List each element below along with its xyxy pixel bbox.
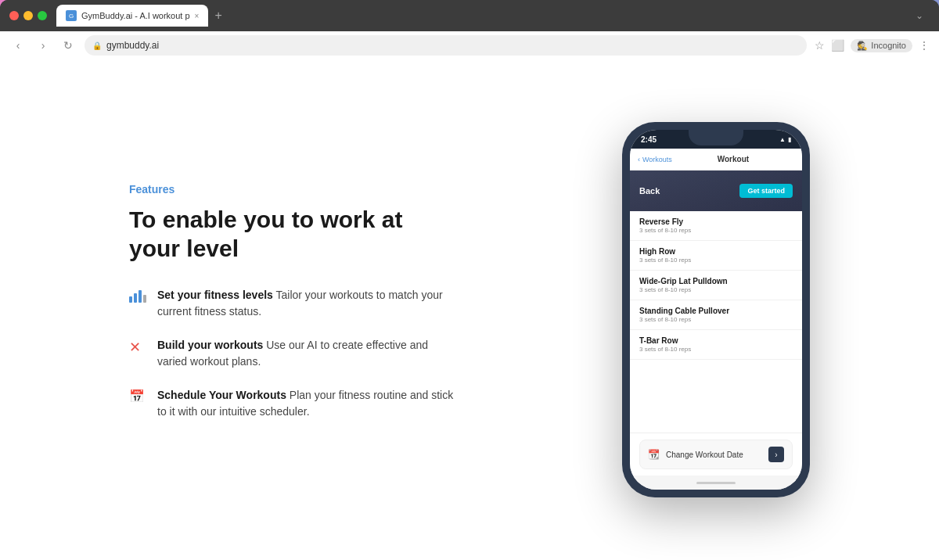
tools-icon: ✕: [129, 339, 141, 355]
address-bar: ‹ › ↻ 🔒 gymbuddy.ai ☆ ⬜ 🕵 Incognito ⋮: [0, 31, 939, 59]
feature-item-build-workouts: ✕ Build your workouts Use our AI to crea…: [129, 337, 458, 370]
active-tab[interactable]: G GymBuddy.ai - A.I workout p ×: [56, 5, 208, 27]
exercise-sets-1: 3 sets of 8-10 reps: [639, 257, 793, 264]
minimize-button[interactable]: [23, 11, 33, 20]
phone-nav-bar: ‹ Workouts Workout: [630, 149, 802, 171]
exercise-sets-2: 3 sets of 8-10 reps: [639, 286, 793, 293]
bookmark-icon[interactable]: ☆: [815, 39, 825, 52]
battery-icon: ▮: [788, 136, 791, 143]
exercise-name-0: Reverse Fly: [639, 217, 793, 226]
tab-favicon: G: [66, 10, 77, 21]
fitness-levels-icon: [129, 289, 146, 306]
features-label: Features: [129, 183, 458, 196]
phone-footer: 📆 Change Workout Date ›: [630, 433, 802, 476]
phone-exercise-list: Reverse Fly 3 sets of 8-10 reps High Row…: [630, 211, 802, 433]
calendar-small-icon: 📆: [648, 449, 660, 460]
phone-nav-title: Workout: [672, 155, 794, 163]
close-button[interactable]: [9, 11, 19, 20]
features-section: Features To enable you to work at your l…: [129, 183, 458, 437]
traffic-lights: [9, 11, 47, 20]
feature-text-build-workouts: Build your workouts Use our AI to create…: [157, 337, 458, 370]
exercise-name-2: Wide-Grip Lat Pulldown: [639, 277, 793, 285]
phone-hero: Back Get started: [630, 171, 802, 211]
exercise-item-2[interactable]: Wide-Grip Lat Pulldown 3 sets of 8-10 re…: [630, 271, 802, 300]
exercise-sets-0: 3 sets of 8-10 reps: [639, 227, 793, 234]
phone-hero-back-label[interactable]: Back: [639, 186, 660, 196]
phone-time: 2:45: [641, 135, 657, 144]
change-date-arrow-icon: ›: [768, 447, 784, 462]
exercise-item-4[interactable]: T-Bar Row 3 sets of 8-10 reps: [630, 330, 802, 360]
phone-notch: [689, 130, 743, 145]
browser-chrome: G GymBuddy.ai - A.I workout p × + ⌄ ‹ › …: [0, 0, 939, 59]
more-options-icon[interactable]: ⋮: [919, 39, 930, 52]
feature-text-fitness-levels: Set your fitness levels Tailor your work…: [157, 287, 458, 320]
wifi-icon: ▲: [779, 136, 786, 143]
tab-close-icon[interactable]: ×: [195, 12, 200, 20]
exercise-name-3: Standing Cable Pullover: [639, 307, 793, 315]
exercise-sets-4: 3 sets of 8-10 reps: [639, 346, 793, 353]
phone-nav-back-label: Workouts: [642, 156, 672, 163]
features-headline: To enable you to work at your level: [129, 205, 458, 264]
schedule-workouts-icon: 📅: [129, 389, 146, 406]
feature-item-fitness-levels: Set your fitness levels Tailor your work…: [129, 287, 458, 320]
phone-status-icons: ▲ ▮: [779, 136, 791, 143]
feature-text-schedule-workouts: Schedule Your Workouts Plan your fitness…: [157, 387, 458, 420]
forward-button[interactable]: ›: [34, 37, 52, 54]
incognito-icon: 🕵: [857, 41, 868, 51]
exercise-sets-3: 3 sets of 8-10 reps: [639, 316, 793, 323]
feature-title-build-workouts: Build your workouts: [157, 339, 263, 351]
maximize-button[interactable]: [38, 11, 47, 20]
chevron-left-icon: ‹: [638, 156, 640, 163]
change-workout-date-button[interactable]: 📆 Change Workout Date ›: [639, 440, 793, 469]
feature-title-fitness-levels: Set your fitness levels: [157, 289, 273, 301]
build-workouts-icon: ✕: [129, 339, 146, 356]
tab-bar: G GymBuddy.ai - A.I workout p × +: [56, 5, 916, 27]
title-bar: G GymBuddy.ai - A.I workout p × + ⌄: [0, 0, 939, 31]
phone-back-button[interactable]: ‹ Workouts: [638, 156, 672, 163]
exercise-name-4: T-Bar Row: [639, 336, 793, 345]
address-right-controls: ☆ ⬜ 🕵 Incognito ⋮: [815, 39, 930, 52]
url-text: gymbuddy.ai: [106, 40, 159, 51]
phone-screen: 2:45 ▲ ▮ ‹ Workouts Workout: [630, 130, 802, 490]
browser-right-controls: ⌄: [916, 10, 930, 21]
exercise-item-1[interactable]: High Row 3 sets of 8-10 reps: [630, 241, 802, 271]
exercise-item-3[interactable]: Standing Cable Pullover 3 sets of 8-10 r…: [630, 300, 802, 330]
refresh-button[interactable]: ↻: [59, 37, 77, 54]
tab-title: GymBuddy.ai - A.I workout p: [81, 11, 190, 20]
url-bar[interactable]: 🔒 gymbuddy.ai: [85, 35, 807, 56]
lock-icon: 🔒: [92, 41, 102, 50]
phone-container: 2:45 ▲ ▮ ‹ Workouts Workout: [622, 122, 810, 497]
phone-home-indicator: [630, 476, 802, 490]
feature-title-schedule-workouts: Schedule Your Workouts: [157, 389, 286, 401]
extensions-icon[interactable]: ⬜: [831, 39, 844, 52]
new-tab-button[interactable]: +: [208, 5, 228, 26]
incognito-badge: 🕵 Incognito: [851, 39, 912, 52]
home-bar: [696, 482, 736, 484]
exercise-name-1: High Row: [639, 247, 793, 256]
phone-frame: 2:45 ▲ ▮ ‹ Workouts Workout: [622, 122, 810, 497]
incognito-label: Incognito: [871, 41, 906, 50]
chevron-down-icon[interactable]: ⌄: [916, 10, 923, 21]
back-button[interactable]: ‹: [9, 37, 27, 54]
exercise-item-0[interactable]: Reverse Fly 3 sets of 8-10 reps: [630, 211, 802, 241]
feature-item-schedule-workouts: 📅 Schedule Your Workouts Plan your fitne…: [129, 387, 458, 420]
calendar-icon: 📅: [129, 389, 145, 403]
get-started-button[interactable]: Get started: [739, 184, 793, 198]
browser-content: Features To enable you to work at your l…: [0, 59, 939, 560]
page-inner: Features To enable you to work at your l…: [0, 59, 939, 560]
change-date-label: Change Workout Date: [666, 451, 762, 459]
